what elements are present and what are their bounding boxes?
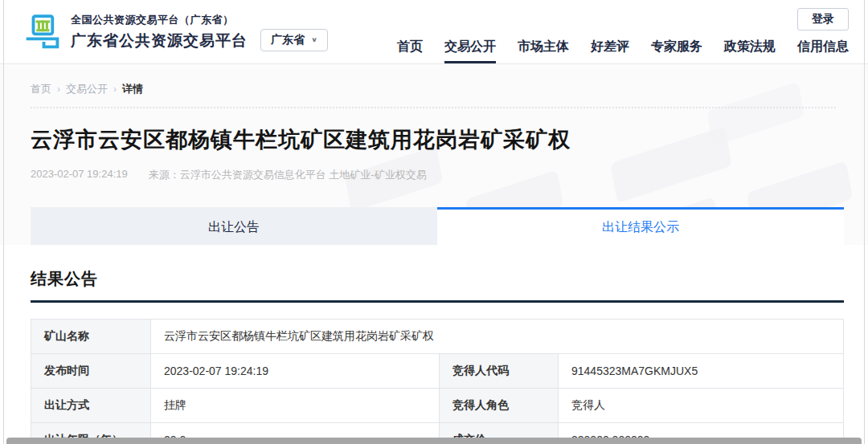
- breadcrumb-separator: ›: [57, 84, 60, 95]
- nav-item-expert-service[interactable]: 专家服务: [651, 39, 702, 63]
- article-meta: 2023-02-07 19:24:19 来源：云浮市公共资源交易信息化平台 土地…: [31, 168, 844, 182]
- tab-transfer-result[interactable]: 出让结果公示: [437, 207, 844, 245]
- brand: 全国公共资源交易平台（广东省） 广东省公共资源交易平台 广东省 ∨: [24, 12, 328, 52]
- window-right-edge: [864, 0, 865, 444]
- platform-title: 广东省公共资源交易平台: [71, 31, 248, 51]
- window-left-edge: [3, 0, 4, 444]
- nav-item-policies[interactable]: 政策法规: [724, 39, 776, 63]
- platform-logo-icon: [24, 12, 61, 52]
- table-row-transfer-method: 出让方式 挂牌 竞得人角色 竞得人: [31, 389, 844, 423]
- page-title: 云浮市云安区都杨镇牛栏坑矿区建筑用花岗岩矿采矿权: [31, 125, 844, 154]
- cell-label: 矿山名称: [31, 320, 151, 354]
- region-select-dropdown[interactable]: 广东省 ∨: [260, 29, 328, 51]
- section-title: 结果公告: [31, 245, 844, 290]
- nav-item-home[interactable]: 首页: [397, 39, 423, 63]
- window-bottom-edge: [6, 438, 862, 444]
- breadcrumb-home[interactable]: 首页: [31, 82, 51, 96]
- region-select-value: 广东省: [271, 33, 305, 47]
- breadcrumb: 首页 › 交易公开 › 详情: [31, 64, 844, 96]
- publish-time: 2023-02-07 19:24:19: [31, 168, 128, 182]
- article-hero: 首页 › 交易公开 › 详情 云浮市云安区都杨镇牛栏坑矿区建筑用花岗岩矿采矿权 …: [0, 64, 868, 207]
- nav-item-credit-info[interactable]: 信用信息: [797, 39, 849, 63]
- chevron-down-icon: ∨: [311, 36, 317, 43]
- cell-value: 云浮市云安区都杨镇牛栏坑矿区建筑用花岗岩矿采矿权: [151, 320, 844, 354]
- result-table: 矿山名称 云浮市云安区都杨镇牛栏坑矿区建筑用花岗岩矿采矿权 发布时间 2023-…: [31, 319, 844, 444]
- brand-text: 全国公共资源交易平台（广东省） 广东省公共资源交易平台: [71, 13, 248, 51]
- result-content: 结果公告 矿山名称 云浮市云安区都杨镇牛栏坑矿区建筑用花岗岩矿采矿权 发布时间 …: [0, 245, 868, 444]
- cell-value: 挂牌: [151, 389, 440, 423]
- table-row-publish-time: 发布时间 2023-02-07 19:24:19 竞得人代码 91445323M…: [31, 354, 844, 389]
- cell-value: 91445323MA7GKMJUX5: [559, 354, 844, 389]
- main-nav: 首页 交易公开 市场主体 好差评 专家服务 政策法规 信用信息: [397, 39, 849, 63]
- dotted-divider: [31, 107, 836, 108]
- login-button[interactable]: 登录: [797, 8, 849, 31]
- table-row-mine-name: 矿山名称 云浮市云安区都杨镇牛栏坑矿区建筑用花岗岩矿采矿权: [31, 320, 844, 354]
- tab-transfer-announcement[interactable]: 出让公告: [31, 207, 437, 245]
- cell-label: 出让方式: [31, 389, 151, 423]
- cell-label: 竞得人代码: [440, 354, 559, 389]
- nav-item-market-entities[interactable]: 市场主体: [518, 39, 569, 63]
- nav-item-rating[interactable]: 好差评: [591, 39, 629, 63]
- cell-label: 竞得人角色: [440, 389, 559, 423]
- nav-item-trade-public[interactable]: 交易公开: [444, 39, 496, 63]
- header-right: 登录 首页 交易公开 市场主体 好差评 专家服务 政策法规 信用信息: [397, 0, 849, 63]
- article-source: 来源：云浮市公共资源交易信息化平台 土地矿业-矿业权交易: [149, 168, 427, 182]
- cell-value: 竞得人: [559, 389, 844, 423]
- cell-value: 2023-02-07 19:24:19: [151, 354, 440, 389]
- breadcrumb-separator: ›: [113, 84, 117, 95]
- section-title-rule: [31, 300, 844, 303]
- cell-label: 发布时间: [31, 354, 151, 389]
- platform-subtitle: 全国公共资源交易平台（广东省）: [71, 13, 248, 27]
- breadcrumb-current: 详情: [122, 82, 143, 96]
- detail-tabs: 出让公告 出让结果公示: [0, 207, 868, 245]
- site-header: 全国公共资源交易平台（广东省） 广东省公共资源交易平台 广东省 ∨ 登录 首页 …: [0, 0, 868, 64]
- breadcrumb-trade-public[interactable]: 交易公开: [66, 82, 108, 96]
